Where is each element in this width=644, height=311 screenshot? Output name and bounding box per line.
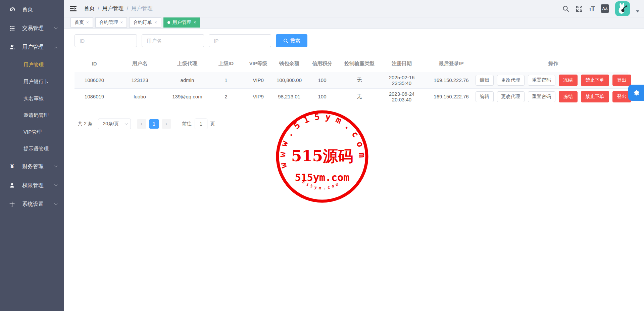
page-size-select[interactable]: 20条/页 (98, 119, 131, 129)
freeze-button[interactable]: 冻结 (559, 75, 578, 86)
tab-contract-management[interactable]: 合约管理 × (95, 17, 127, 28)
sidebar-item-home[interactable]: 首页 (0, 0, 64, 19)
change-agent-button[interactable]: 更改代理 (497, 91, 525, 102)
col-header-vip-level: VIP等级 (243, 56, 274, 72)
stamp-bottom-arc-text: 5 1 5 y m . c o m (301, 179, 339, 190)
translate-icon[interactable]: A文 (601, 4, 609, 13)
sidebar-item-settings[interactable]: 系统设置 (0, 195, 64, 214)
goto-suffix: 页 (210, 121, 215, 127)
cell-username: 123123 (114, 72, 165, 88)
top-navbar: 首页 / 用户管理 / 用户管理 TT A文 (64, 0, 644, 17)
sidebar-item-label: 用户管理 (22, 44, 55, 51)
page-content: 搜索 ID 用户名 上级代理 上级ID VIP等级 (64, 29, 644, 311)
admin-app: 首页 交易管理 用户管理 用户管理 用户银行卡 实名审核 邀请码管理 VIP管理… (0, 0, 644, 311)
cell-last-login-ip: 169.150.222.76 (424, 88, 478, 105)
tab-label: 合约管理 (99, 19, 118, 26)
row-actions: 编辑 更改代理 重置密码 冻结 禁止下单 登出 (478, 75, 628, 86)
tab-close-icon[interactable]: × (86, 20, 89, 25)
stamp-title: 515源码 (291, 147, 353, 165)
cell-register-date: 2025-02-16 23:35:40 (379, 72, 424, 88)
goto-page-input[interactable] (195, 119, 207, 129)
cell-last-login-ip: 169.150.222.76 (424, 72, 478, 88)
goto-label: 前往 (182, 121, 192, 127)
cell-username: luobo (114, 88, 165, 105)
id-search-input[interactable] (75, 34, 137, 47)
settings-cross-icon (9, 201, 15, 207)
breadcrumb: 首页 / 用户管理 / 用户管理 (84, 5, 153, 12)
tab-label: 合约订单 (133, 19, 152, 26)
font-size-icon[interactable]: TT (589, 5, 595, 12)
table-header-row: ID 用户名 上级代理 上级ID VIP等级 钱包余额 信用积分 控制输赢类型 … (75, 56, 628, 72)
sidebar: 首页 交易管理 用户管理 用户管理 用户银行卡 实名审核 邀请码管理 VIP管理… (0, 0, 64, 311)
search-button[interactable]: 搜索 (276, 34, 307, 47)
tab-user-management-active[interactable]: 用户管理 × (163, 17, 200, 28)
sidebar-item-label: 系统设置 (22, 201, 55, 208)
sidebar-item-users[interactable]: 用户管理 (0, 38, 64, 56)
col-header-parent-id: 上级ID (209, 56, 243, 72)
cell-credit: 100 (305, 72, 340, 88)
users-icon (9, 44, 15, 50)
active-tab-dot (167, 21, 170, 24)
breadcrumb-item[interactable]: 用户管理 (102, 5, 123, 12)
trade-list-icon (9, 25, 15, 31)
breadcrumb-separator: / (127, 6, 128, 12)
cell-register-date: 2023-06-24 20:03:40 (379, 88, 424, 105)
settings-panel-button[interactable] (628, 85, 644, 101)
tab-close-icon[interactable]: × (154, 20, 157, 25)
sidebar-subitem-realname-review[interactable]: 实名审核 (0, 90, 64, 107)
sidebar-subitem-invite-codes[interactable]: 邀请码管理 (0, 107, 64, 124)
reset-password-button[interactable]: 重置密码 (528, 91, 555, 102)
col-header-balance: 钱包余额 (274, 56, 305, 72)
ban-order-button[interactable]: 禁止下单 (581, 75, 609, 86)
cell-agent: admin (165, 72, 209, 88)
sidebar-subitem-user-management[interactable]: 用户管理 (0, 56, 64, 73)
stamp-subtitle: 515ym.com (295, 172, 350, 183)
sidebar-subitem-user-bankcards[interactable]: 用户银行卡 (0, 73, 64, 90)
sidebar-item-label: 财务管理 (22, 163, 55, 170)
freeze-button[interactable]: 冻结 (559, 91, 578, 102)
svg-text:5 1 5 y m . c o m: 5 1 5 y m . c o m (301, 179, 339, 190)
sidebar-item-permissions[interactable]: 权限管理 (0, 176, 64, 195)
users-table: ID 用户名 上级代理 上级ID VIP等级 钱包余额 信用积分 控制输赢类型 … (75, 56, 628, 105)
sidebar-item-label: 首页 (22, 6, 57, 13)
sidebar-item-label: 交易管理 (22, 25, 55, 32)
col-header-credit: 信用积分 (305, 56, 340, 72)
next-page-button[interactable]: › (162, 119, 171, 129)
chevron-down-icon (54, 202, 58, 205)
breadcrumb-separator: / (98, 6, 99, 12)
sidebar-item-finance[interactable]: ¥ 财务管理 (0, 157, 64, 176)
gear-icon (632, 89, 640, 97)
table-row: 1086020 123123 admin 1 VIP0 100,800.00 1… (75, 72, 628, 88)
tab-close-icon[interactable]: × (194, 20, 196, 25)
tab-contract-orders[interactable]: 合约订单 × (129, 17, 161, 28)
change-agent-button[interactable]: 更改代理 (497, 75, 525, 86)
sidebar-subitem-prompt-management[interactable]: 提示语管理 (0, 140, 64, 157)
current-page-button[interactable]: 1 (149, 119, 159, 129)
cell-credit: 100 (305, 88, 340, 105)
user-menu-caret-icon[interactable] (636, 10, 639, 12)
pagination-total: 共 2 条 (78, 121, 93, 127)
sidebar-fold-icon[interactable] (70, 5, 77, 12)
prev-page-button[interactable]: ‹ (137, 119, 146, 129)
reset-password-button[interactable]: 重置密码 (528, 75, 555, 86)
tab-label: 首页 (75, 19, 84, 26)
username-search-input[interactable] (142, 34, 204, 47)
avatar[interactable] (615, 1, 630, 16)
col-header-win-control: 控制输赢类型 (340, 56, 379, 72)
cell-win-control: 无 (340, 88, 379, 105)
pagination: 共 2 条 20条/页 ‹ 1 › 前往 页 (78, 119, 644, 129)
ban-order-button[interactable]: 禁止下单 (581, 91, 609, 102)
tab-home[interactable]: 首页 × (70, 17, 93, 28)
breadcrumb-item[interactable]: 首页 (84, 5, 95, 12)
col-header-last-login-ip: 最后登录IP (424, 56, 478, 72)
page-size-value: 20条/页 (103, 121, 119, 127)
sidebar-item-trade[interactable]: 交易管理 (0, 19, 64, 38)
sidebar-subitem-vip-management[interactable]: VIP管理 (0, 124, 64, 140)
fullscreen-icon[interactable] (576, 5, 583, 12)
logout-user-button[interactable]: 登出 (612, 75, 631, 86)
edit-button[interactable]: 编辑 (476, 91, 494, 102)
search-icon[interactable] (562, 5, 569, 12)
ip-search-input[interactable] (209, 34, 271, 47)
tab-close-icon[interactable]: × (120, 20, 123, 25)
edit-button[interactable]: 编辑 (476, 75, 494, 86)
